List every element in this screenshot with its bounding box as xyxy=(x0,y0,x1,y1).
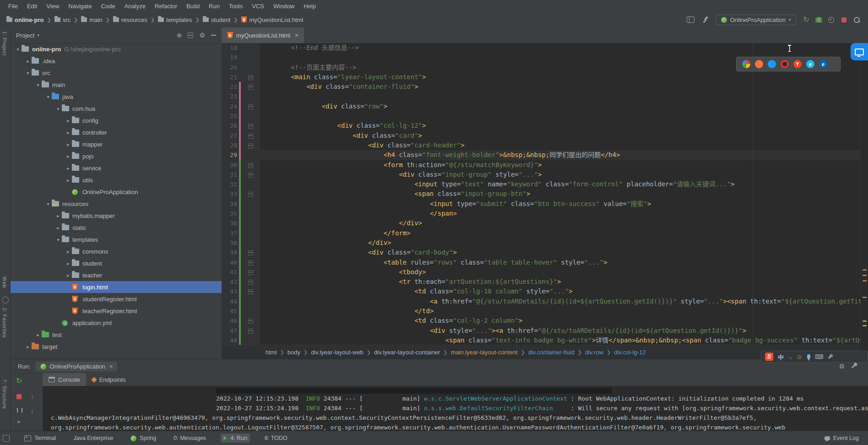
fold-marker[interactable] xyxy=(248,124,253,129)
firefox-icon[interactable] xyxy=(755,60,763,68)
tree-row-service[interactable]: ▸service xyxy=(11,162,222,174)
menu-item-run[interactable]: Run xyxy=(204,3,224,10)
tree-row-com-hua[interactable]: ▾com.hua xyxy=(11,103,222,114)
tree-collapse-arrow[interactable]: ▸ xyxy=(54,213,62,218)
close-icon[interactable]: × xyxy=(109,363,113,370)
safari-icon[interactable] xyxy=(768,60,776,68)
tree-expand-arrow[interactable]: ▾ xyxy=(54,106,62,111)
emoji-icon[interactable]: ☺ xyxy=(796,353,802,360)
tree-row-target[interactable]: ▸target xyxy=(11,341,222,353)
tree-row-main[interactable]: ▾main xyxy=(11,79,222,91)
more-icon[interactable]: » xyxy=(17,418,20,425)
fold-marker[interactable] xyxy=(248,260,253,266)
menu-item-help[interactable]: Help xyxy=(299,3,320,10)
menu-item-code[interactable]: Code xyxy=(97,3,120,10)
build-hammer-icon[interactable] xyxy=(702,16,709,23)
chevron-down-icon[interactable]: ▾ xyxy=(37,33,39,38)
locate-file-icon[interactable]: ⊕ xyxy=(177,32,182,39)
tab-myquestionlist[interactable]: 5 myQuestionList.html × xyxy=(222,27,304,43)
collapse-all-icon[interactable] xyxy=(188,33,193,38)
breadcrumb-item[interactable]: student xyxy=(203,16,231,23)
tree-row-pojo[interactable]: ▸pojo xyxy=(11,150,222,162)
tree-row-application-yml[interactable]: application.yml xyxy=(11,317,222,329)
yandex-icon[interactable]: Y xyxy=(793,60,802,68)
tree-row-controller[interactable]: ▸controller xyxy=(11,126,222,138)
editor-breadcrumb-item[interactable]: main.lyear-layout-content xyxy=(451,349,518,356)
keyboard-icon[interactable]: ⌨ xyxy=(815,353,824,360)
gear-icon[interactable]: ⚙ xyxy=(839,363,845,370)
breadcrumb-item[interactable]: src xyxy=(54,16,71,23)
tree-row-java[interactable]: ▾java xyxy=(11,91,222,103)
rerun-button-icon[interactable]: ↻ xyxy=(803,16,809,23)
toolwindow-button-terminal[interactable]: Terminal xyxy=(22,434,59,443)
wrench-icon[interactable] xyxy=(828,355,832,359)
tree-row-src[interactable]: ▾src xyxy=(11,67,222,79)
tree-row-teacher[interactable]: ▸teacher xyxy=(11,269,222,281)
breadcrumb-item[interactable]: main xyxy=(81,16,102,23)
editor-breadcrumb-item[interactable]: html xyxy=(266,349,277,356)
toolwindow-button-4-run[interactable]: 4: Run xyxy=(221,434,250,443)
tree-expand-arrow[interactable]: ▾ xyxy=(14,47,22,52)
ie-icon[interactable]: e xyxy=(806,60,814,68)
tree-row-studentregister-html[interactable]: 5studentRegister.html xyxy=(11,293,222,305)
tree-row-online-pro[interactable]: ▾online-proG:\shejiing\online-pro xyxy=(11,43,222,55)
breadcrumb-item[interactable]: resources xyxy=(113,16,147,23)
breadcrumb-item[interactable]: templates xyxy=(158,16,192,23)
toolwindow-button-spring[interactable]: Spring xyxy=(128,434,159,443)
tree-row-utils[interactable]: ▸utils xyxy=(11,174,222,186)
tree-collapse-arrow[interactable]: ▸ xyxy=(24,344,32,349)
pause-output-icon[interactable] xyxy=(17,408,22,412)
hide-panel-icon[interactable] xyxy=(211,35,216,36)
layout-icon[interactable] xyxy=(687,16,694,23)
tree-collapse-arrow[interactable]: ▸ xyxy=(34,332,42,337)
tree-expand-arrow[interactable]: ▾ xyxy=(44,201,52,206)
tree-row--idea[interactable]: ▸.idea xyxy=(11,55,222,67)
menu-item-view[interactable]: View xyxy=(42,3,64,10)
stripe-web[interactable]: Web xyxy=(2,277,7,288)
event-log-button[interactable]: Event Log xyxy=(822,434,862,443)
tree-expand-arrow[interactable]: ▾ xyxy=(54,237,62,242)
coverage-icon[interactable] xyxy=(828,17,834,23)
menu-item-refactor[interactable]: Refactor xyxy=(150,3,182,10)
tree-row-test[interactable]: ▸test xyxy=(11,329,222,341)
code-editor[interactable]: <!--End 头部信息--> <!--页面主要内容--> <main clas… xyxy=(260,43,861,345)
stop-icon[interactable] xyxy=(16,394,22,399)
editor-breadcrumb-item[interactable]: div.row xyxy=(585,349,603,356)
toolwindow-button-0-messages[interactable]: 0: Messages xyxy=(171,434,209,443)
tree-expand-arrow[interactable]: ▾ xyxy=(24,71,32,76)
editor-scrollbar[interactable] xyxy=(860,43,868,345)
menu-item-file[interactable]: File xyxy=(4,3,22,10)
sogou-logo-icon[interactable]: S xyxy=(765,353,773,361)
fold-marker[interactable] xyxy=(248,329,253,334)
fold-marker[interactable] xyxy=(248,163,253,168)
tree-collapse-arrow[interactable]: ▸ xyxy=(65,178,72,183)
menu-item-navigate[interactable]: Navigate xyxy=(64,3,96,10)
up-stack-icon[interactable]: ↑ xyxy=(31,393,34,400)
tree-collapse-arrow[interactable]: ▸ xyxy=(65,273,72,278)
punctuation-icon[interactable]: ·, xyxy=(788,353,792,360)
web-icon[interactable] xyxy=(2,297,9,304)
fold-marker[interactable] xyxy=(248,134,253,139)
tree-expand-arrow[interactable]: ▾ xyxy=(34,82,42,87)
fold-marker[interactable] xyxy=(248,319,253,324)
run-tab-endpoints[interactable]: Endpoints xyxy=(86,373,132,386)
project-panel-title[interactable]: Project xyxy=(16,32,34,39)
tree-collapse-arrow[interactable]: ▸ xyxy=(65,249,72,254)
menu-item-vcs[interactable]: VCS xyxy=(247,3,269,10)
edge-icon[interactable]: e xyxy=(819,60,827,68)
mic-icon[interactable] xyxy=(807,354,810,359)
tree-expand-arrow[interactable]: ▾ xyxy=(44,94,52,99)
fold-marker[interactable] xyxy=(248,104,253,109)
search-icon[interactable] xyxy=(854,17,860,23)
run-config-select[interactable]: OnlineProApplication ▾ xyxy=(716,15,796,25)
fold-marker[interactable] xyxy=(248,192,253,197)
toolwindow-button-java-enterprise[interactable]: Java Enterprise xyxy=(71,434,116,443)
tree-row-mybatis-mapper[interactable]: ▸mybatis.mapper xyxy=(11,210,222,222)
rerun-icon[interactable]: ↻ xyxy=(16,378,22,384)
tree-collapse-arrow[interactable]: ▸ xyxy=(65,142,72,147)
editor-breadcrumb-item[interactable]: div.col-lg-12 xyxy=(614,349,646,356)
tree-row-mapper[interactable]: ▸mapper xyxy=(11,138,222,150)
fold-marker[interactable] xyxy=(248,75,253,80)
fold-marker[interactable] xyxy=(248,270,253,275)
stripe-favorites[interactable]: 2: Favorites xyxy=(2,308,7,338)
